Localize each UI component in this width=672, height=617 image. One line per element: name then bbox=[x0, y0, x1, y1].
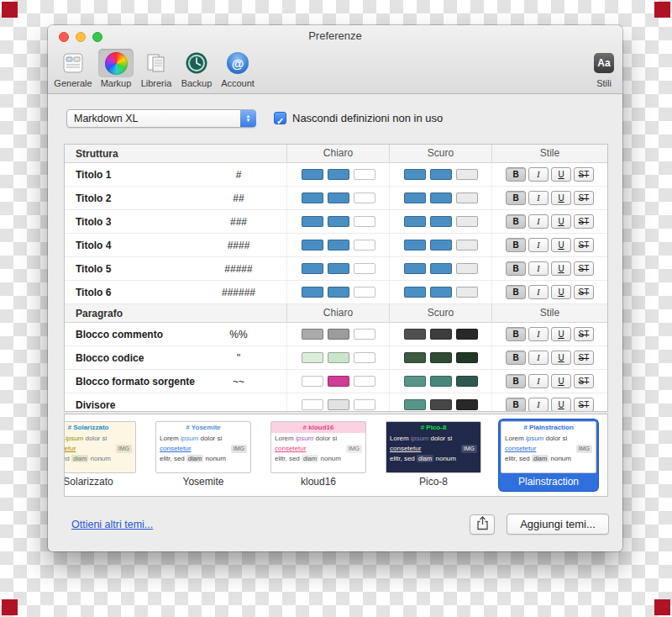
color-swatch[interactable] bbox=[456, 376, 478, 387]
theme-item[interactable]: # SolarizzatoLorem ipsum dolor siconsete… bbox=[64, 419, 138, 491]
style-button-b[interactable]: B bbox=[506, 214, 526, 229]
style-button-i[interactable]: I bbox=[528, 167, 549, 182]
style-button-u[interactable]: U bbox=[551, 398, 571, 412]
style-button-b[interactable]: B bbox=[506, 327, 526, 341]
style-button-i[interactable]: I bbox=[528, 285, 549, 299]
color-swatch[interactable] bbox=[328, 192, 349, 203]
style-button-u[interactable]: U bbox=[551, 167, 571, 182]
style-button-u[interactable]: U bbox=[551, 214, 571, 229]
theme-item[interactable]: # YosemiteLorem ipsum dolor siconsetetur… bbox=[154, 419, 253, 491]
share-button[interactable] bbox=[470, 514, 495, 535]
style-button-st[interactable]: ST bbox=[574, 285, 594, 299]
toolbar-item-account[interactable]: @ Account bbox=[214, 49, 261, 88]
color-swatch[interactable] bbox=[328, 287, 349, 298]
style-button-i[interactable]: I bbox=[528, 191, 549, 205]
style-button-u[interactable]: U bbox=[551, 191, 571, 205]
style-button-i[interactable]: I bbox=[528, 374, 549, 388]
style-button-st[interactable]: ST bbox=[574, 327, 594, 341]
color-swatch[interactable] bbox=[302, 192, 323, 203]
color-swatch[interactable] bbox=[404, 216, 426, 227]
color-swatch[interactable] bbox=[430, 399, 452, 410]
color-swatch[interactable] bbox=[354, 169, 375, 180]
color-swatch[interactable] bbox=[328, 263, 349, 274]
color-swatch[interactable] bbox=[456, 240, 478, 250]
color-swatch[interactable] bbox=[404, 169, 426, 180]
style-button-st[interactable]: ST bbox=[574, 191, 594, 205]
style-button-b[interactable]: B bbox=[506, 374, 526, 388]
color-swatch[interactable] bbox=[354, 263, 375, 274]
style-button-st[interactable]: ST bbox=[574, 374, 594, 388]
color-swatch[interactable] bbox=[328, 329, 349, 340]
color-swatch[interactable] bbox=[404, 376, 426, 387]
color-swatch[interactable] bbox=[328, 216, 349, 227]
toolbar-item-stili[interactable]: Aa Stili bbox=[580, 49, 627, 88]
color-swatch[interactable] bbox=[404, 263, 426, 274]
color-swatch[interactable] bbox=[354, 329, 375, 340]
style-button-st[interactable]: ST bbox=[574, 167, 594, 182]
color-swatch[interactable] bbox=[404, 399, 426, 410]
style-button-b[interactable]: B bbox=[506, 261, 526, 276]
color-swatch[interactable] bbox=[404, 329, 426, 340]
hide-unused-checkbox[interactable] bbox=[274, 112, 286, 124]
color-swatch[interactable] bbox=[430, 169, 452, 180]
toolbar-item-backup[interactable]: Backup bbox=[173, 49, 220, 88]
style-button-u[interactable]: U bbox=[551, 238, 571, 252]
color-swatch[interactable] bbox=[430, 192, 452, 203]
color-swatch[interactable] bbox=[354, 352, 375, 363]
color-swatch[interactable] bbox=[404, 352, 426, 363]
color-swatch[interactable] bbox=[430, 329, 452, 340]
style-button-i[interactable]: I bbox=[528, 351, 549, 365]
color-swatch[interactable] bbox=[456, 192, 478, 203]
style-button-b[interactable]: B bbox=[506, 351, 526, 365]
style-button-i[interactable]: I bbox=[528, 238, 549, 252]
style-button-b[interactable]: B bbox=[506, 398, 526, 412]
style-button-u[interactable]: U bbox=[551, 374, 571, 388]
color-swatch[interactable] bbox=[456, 216, 478, 227]
color-swatch[interactable] bbox=[404, 240, 426, 250]
color-swatch[interactable] bbox=[302, 399, 323, 410]
color-swatch[interactable] bbox=[404, 192, 426, 203]
color-swatch[interactable] bbox=[328, 240, 349, 250]
color-swatch[interactable] bbox=[328, 399, 349, 410]
style-button-i[interactable]: I bbox=[528, 214, 549, 229]
color-swatch[interactable] bbox=[302, 329, 323, 340]
add-themes-button[interactable]: Aggiungi temi... bbox=[507, 514, 609, 535]
color-swatch[interactable] bbox=[456, 399, 478, 410]
color-swatch[interactable] bbox=[302, 287, 323, 298]
style-button-u[interactable]: U bbox=[551, 285, 571, 299]
style-button-st[interactable]: ST bbox=[574, 261, 594, 276]
color-swatch[interactable] bbox=[456, 352, 478, 363]
theme-item[interactable]: # kloud16Lorem ipsum dolor siconseteturI… bbox=[269, 419, 368, 491]
color-swatch[interactable] bbox=[430, 287, 452, 298]
theme-item[interactable]: # PlainstractionLorem ipsum dolor sicons… bbox=[499, 419, 598, 491]
style-button-u[interactable]: U bbox=[551, 327, 571, 341]
style-button-b[interactable]: B bbox=[506, 191, 526, 205]
color-swatch[interactable] bbox=[456, 329, 478, 340]
color-swatch[interactable] bbox=[302, 352, 323, 363]
color-swatch[interactable] bbox=[430, 240, 452, 250]
theme-item[interactable]: # Pico-8Lorem ipsum dolor siconseteturIM… bbox=[384, 419, 483, 491]
style-button-b[interactable]: B bbox=[506, 167, 526, 182]
style-button-st[interactable]: ST bbox=[574, 238, 594, 252]
toolbar-item-generale[interactable]: Generale bbox=[50, 49, 97, 88]
color-swatch[interactable] bbox=[354, 240, 375, 250]
syntax-select[interactable]: Markdown XL ▲▼ bbox=[66, 109, 256, 128]
color-swatch[interactable] bbox=[456, 287, 478, 298]
color-swatch[interactable] bbox=[354, 399, 375, 410]
color-swatch[interactable] bbox=[430, 263, 452, 274]
style-button-b[interactable]: B bbox=[506, 238, 526, 252]
style-button-u[interactable]: U bbox=[551, 261, 571, 276]
color-swatch[interactable] bbox=[354, 192, 375, 203]
color-swatch[interactable] bbox=[328, 169, 349, 180]
color-swatch[interactable] bbox=[302, 376, 323, 387]
get-more-themes-link[interactable]: Ottieni altri temi... bbox=[71, 519, 153, 530]
style-button-i[interactable]: I bbox=[528, 327, 549, 341]
color-swatch[interactable] bbox=[354, 376, 375, 387]
color-swatch[interactable] bbox=[328, 376, 349, 387]
color-swatch[interactable] bbox=[456, 263, 478, 274]
style-button-i[interactable]: I bbox=[528, 261, 549, 276]
color-swatch[interactable] bbox=[404, 287, 426, 298]
color-swatch[interactable] bbox=[430, 216, 452, 227]
color-swatch[interactable] bbox=[328, 352, 349, 363]
color-swatch[interactable] bbox=[302, 263, 323, 274]
